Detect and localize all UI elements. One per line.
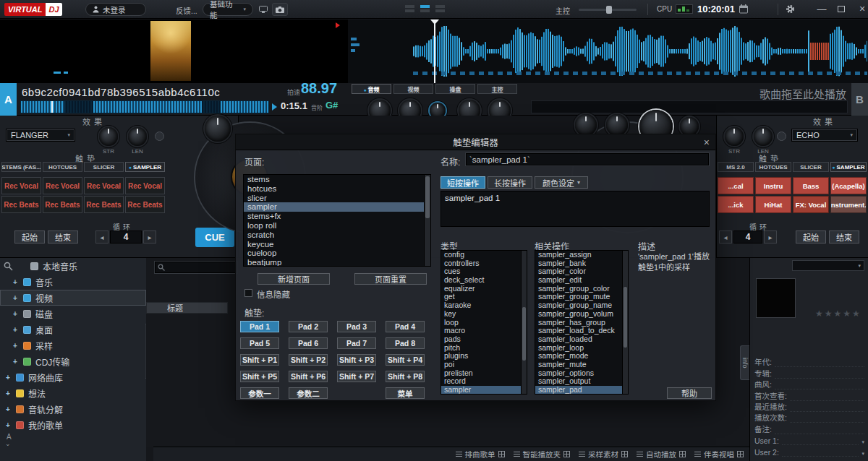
action-item[interactable]: sampler_has_group [535,319,622,327]
pages-scrollbar[interactable] [424,175,430,266]
master-slider-thumb[interactable] [606,6,612,14]
rating-stars[interactable]: ★★★★★ [815,309,861,319]
fx-right-len-knob[interactable] [754,127,773,146]
info-field-value[interactable] [790,403,864,412]
info-field[interactable]: 最近播放: [754,401,864,412]
performance-pad[interactable]: Rec Beats [1,196,41,213]
type-item[interactable]: loop [441,319,521,327]
cue-button[interactable]: CUE [195,228,234,247]
fx-right-str-knob[interactable] [725,127,744,146]
chevron-down-icon[interactable]: ⌄ [5,440,11,447]
type-item[interactable]: plugins [441,352,521,361]
maximize-button[interactable] [838,6,845,12]
sidebar-item-video[interactable]: +视频 [0,290,146,306]
sidebar-item-playlist[interactable]: +我的歌单 [0,417,146,433]
type-item[interactable]: poi [441,361,521,369]
pad-select-button[interactable]: Shift + P1 [240,354,279,366]
page-item[interactable]: hotcues [244,184,424,194]
performance-pad[interactable]: Rec Vocal [43,177,82,194]
type-item[interactable]: macro [441,327,521,335]
action-item[interactable]: sampler_group_color [535,285,622,293]
page-item[interactable]: cueloop [244,249,424,258]
deck-indicator-2[interactable] [420,5,430,12]
pad-select-button[interactable]: Pad 8 [386,337,425,349]
info-field-value[interactable] [775,426,864,434]
performance-pad[interactable]: FX: Vocal [793,196,829,213]
performance-pad[interactable]: (Acapella) [830,177,867,194]
pad-select-button[interactable]: Shift + P5 [240,371,279,382]
info-field[interactable]: 首次查看: [754,389,864,400]
pad-select-button[interactable]: Shift + P7 [337,371,376,382]
expander-icon[interactable]: + [12,358,19,366]
action-item[interactable]: sampler_output [535,377,622,386]
type-item[interactable]: controllers [441,259,521,268]
pad-select-button[interactable]: Shift + P8 [386,371,425,382]
performance-pad[interactable]: Rec Beats [43,196,82,213]
sideview-toggle[interactable]: 智能播放夹 [514,449,571,460]
expander-icon[interactable]: + [12,326,19,334]
sideview-toggle[interactable]: 排曲歌单 [456,449,505,460]
loop-half-button[interactable]: ◂ [719,231,732,244]
mixer-tab[interactable]: 音频 [352,84,391,94]
deck-a-badge[interactable]: A [0,83,17,116]
expander-icon[interactable]: + [12,310,19,318]
pad-page-tab[interactable]: HOTCUES [43,162,82,172]
pad-name-input[interactable] [466,153,709,165]
actions-scrollbar[interactable] [622,251,628,394]
sidebar-item-computer[interactable]: 本地音乐 [0,258,146,274]
feedback-button[interactable]: 反馈... [176,5,197,16]
dialog-titlebar[interactable]: 触垫编辑器 × [236,134,715,150]
pad-page-tab[interactable]: HOTCUES [755,162,791,172]
pad-select-button[interactable]: Pad 5 [240,337,279,349]
pad-select-button[interactable]: Pad 1 [240,321,279,332]
expander-icon[interactable]: + [12,278,19,286]
pad-select-button[interactable]: Pad 6 [289,337,328,349]
action-item[interactable]: sampler_group_name [535,301,622,310]
type-item[interactable]: deck_select [441,276,521,285]
chevron-down-icon[interactable]: ▾ [861,439,864,445]
type-item[interactable]: prelisten [441,369,521,378]
reset-page-button[interactable]: 页面重置 [354,273,427,285]
info-field[interactable]: User 1:▾ [754,434,864,445]
deck-indicator-3[interactable] [435,5,445,12]
pad-select-button[interactable]: Pad 4 [386,321,425,332]
info-field[interactable]: 年代: [754,356,864,367]
info-field-value[interactable] [782,436,859,445]
info-field[interactable]: 专辑: [754,367,864,378]
action-item[interactable]: sampler_edit [535,276,622,285]
info-field-value[interactable] [782,448,859,457]
performance-pad[interactable]: Rec Vocal [84,177,124,194]
type-item[interactable]: record [441,377,521,386]
types-scrollbar[interactable] [521,251,527,394]
gear-icon[interactable] [155,132,164,141]
performance-pad[interactable]: Bass [793,177,829,194]
rhythm-waveform[interactable] [347,20,868,83]
sidebar-item-stems[interactable]: +音轨分解 [0,401,146,417]
page-item[interactable]: loop roll [244,221,424,231]
expander-icon[interactable]: + [4,421,12,429]
page-item[interactable]: stems+fx [244,212,424,221]
performance-pad[interactable]: (Instrument... [830,196,867,213]
action-item[interactable]: sampler_load_to_deck [535,327,622,335]
info-field[interactable]: 备注: [754,423,864,434]
type-item[interactable]: pads [441,335,521,344]
type-item[interactable]: cues [441,267,521,276]
deck-a-bpm[interactable]: 88.97 [301,80,337,97]
performance-pad[interactable]: HiHat [755,196,791,213]
performance-pad[interactable]: ...ick [718,196,754,213]
info-field-value[interactable] [775,358,864,367]
info-field-value[interactable] [790,414,864,423]
info-tab[interactable]: info [740,345,749,380]
loop-end-button[interactable]: 结束 [829,231,859,244]
pad-select-button[interactable]: Shift + P4 [386,354,425,366]
deck-b-badge[interactable]: B [851,83,868,116]
pad-select-button[interactable]: Shift + P2 [289,354,328,366]
fx-left-effect-select[interactable]: FLANGER ▾ [6,129,75,142]
info-field-value[interactable] [775,370,864,379]
loop-start-button[interactable]: 起始 [796,231,826,244]
mixer-tab[interactable]: 视频 [393,84,433,94]
fx-left-len-knob[interactable] [128,127,147,146]
pad-select-button[interactable]: Pad 2 [289,321,328,332]
action-item[interactable]: sampler_bank [535,259,622,268]
deck-indicators[interactable] [405,5,445,12]
